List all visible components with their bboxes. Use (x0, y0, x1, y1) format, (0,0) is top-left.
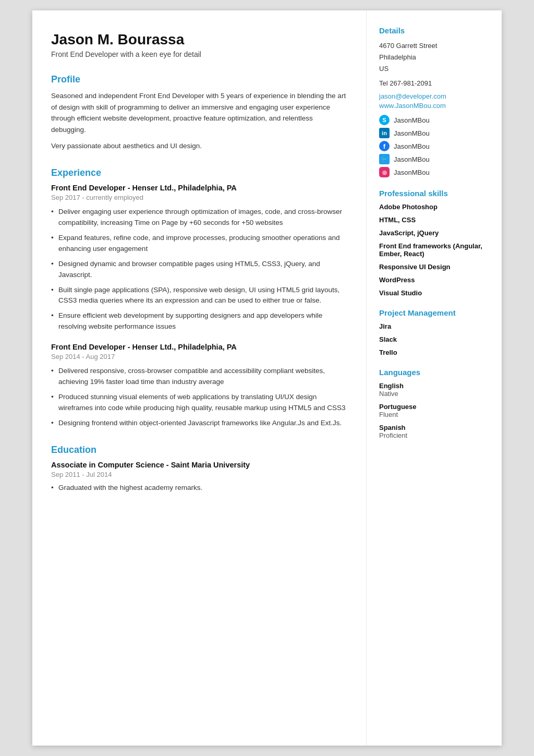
linkedin-label: JasonMBou (394, 129, 430, 137)
bullet-item: Designing frontend within object-oriente… (51, 418, 347, 429)
profile-text-1: Seasoned and independent Front End Devel… (51, 90, 347, 135)
twitter-label: JasonMBou (394, 155, 430, 163)
detail-address: 4670 Garrett Street Philadelphia US (379, 40, 489, 75)
candidate-name: Jason M. Bourassa (51, 31, 347, 48)
right-column: Details 4670 Garrett Street Philadelphia… (366, 10, 502, 746)
bullet-item: Delivered responsive, cross-browser comp… (51, 366, 347, 388)
edu-dates: Sep 2011 - Jul 2014 (51, 471, 347, 478)
bullet-item: Graduated with the highest academy remar… (51, 483, 347, 494)
facebook-label: JasonMBou (394, 142, 430, 150)
lang-level-portuguese: Fluent (379, 411, 489, 418)
instagram-label: JasonMBou (394, 169, 430, 176)
languages-title: Languages (379, 368, 489, 377)
lang-level-spanish: Proficient (379, 431, 489, 439)
social-list: S JasonMBou in JasonMBou f JasonMBou 🐦 J… (379, 115, 489, 177)
education-section-title: Education (51, 445, 347, 455)
twitter-icon: 🐦 (379, 154, 390, 164)
job-bullets-1: Deliver engaging user experience through… (51, 207, 347, 332)
professional-skills-list: Adobe Photoshop HTML, CSS JavaScript, jQ… (379, 203, 489, 297)
skill-item: Front End frameworks (Angular, Ember, Re… (379, 242, 489, 258)
bullet-item: Designed dynamic and browser compatible … (51, 259, 347, 281)
pm-item: Trello (379, 349, 489, 356)
skill-item: WordPress (379, 276, 489, 284)
linkedin-icon: in (379, 128, 390, 138)
languages-list: English Native Portuguese Fluent Spanish… (379, 382, 489, 439)
instagram-icon: ◎ (379, 167, 390, 177)
resume-wrapper: Jason M. Bourassa Front End Developer wi… (32, 10, 502, 746)
social-twitter: 🐦 JasonMBou (379, 154, 489, 164)
edu-bullets: Graduated with the highest academy remar… (51, 483, 347, 494)
social-linkedin: in JasonMBou (379, 128, 489, 138)
lang-level-english: Native (379, 390, 489, 398)
bullet-item: Expand features, refine code, and improv… (51, 233, 347, 255)
pm-item: Slack (379, 335, 489, 343)
detail-tel: Tel 267-981-2091 (379, 78, 489, 89)
project-management-list: Jira Slack Trello (379, 322, 489, 356)
job-dates-2: Sep 2014 - Aug 2017 (51, 353, 347, 361)
social-instagram: ◎ JasonMBou (379, 167, 489, 177)
project-management-title: Project Management (379, 308, 489, 317)
skill-item: Adobe Photoshop (379, 203, 489, 211)
edu-degree: Associate in Computer Science - Saint Ma… (51, 461, 347, 469)
job-block-2: Front End Developer - Henser Ltd., Phila… (51, 343, 347, 429)
job-title-2: Front End Developer - Henser Ltd., Phila… (51, 343, 347, 351)
bullet-item: Produced stunning visual elements of web… (51, 392, 347, 414)
experience-section-title: Experience (51, 167, 347, 178)
social-facebook: f JasonMBou (379, 141, 489, 151)
skype-icon: S (379, 115, 390, 125)
bullet-item: Built single page applications (SPA), re… (51, 285, 347, 307)
details-section-title: Details (379, 26, 489, 35)
bullet-item: Ensure efficient web development by supp… (51, 310, 347, 332)
lang-name-english: English (379, 382, 489, 390)
skype-label: JasonMBou (394, 116, 430, 124)
detail-email[interactable]: jason@developer.com (379, 92, 489, 100)
skill-item: Responsive UI Design (379, 263, 489, 271)
professional-skills-title: Professional skills (379, 189, 489, 198)
education-block: Associate in Computer Science - Saint Ma… (51, 461, 347, 494)
bullet-item: Deliver engaging user experience through… (51, 207, 347, 229)
job-title-1: Front End Developer - Henser Ltd., Phila… (51, 184, 347, 192)
detail-website[interactable]: www.JasonMBou.com (379, 102, 489, 110)
candidate-tagline: Front End Developer with a keen eye for … (51, 50, 347, 58)
left-column: Jason M. Bourassa Front End Developer wi… (32, 10, 366, 746)
social-skype: S JasonMBou (379, 115, 489, 125)
lang-name-portuguese: Portuguese (379, 403, 489, 411)
profile-section-title: Profile (51, 74, 347, 85)
skill-item: HTML, CSS (379, 216, 489, 224)
lang-name-spanish: Spanish (379, 424, 489, 431)
skill-item: JavaScript, jQuery (379, 229, 489, 237)
facebook-icon: f (379, 141, 390, 151)
job-dates-1: Sep 2017 - currently employed (51, 194, 347, 201)
job-block-1: Front End Developer - Henser Ltd., Phila… (51, 184, 347, 332)
profile-text-2: Very passionate about aesthetics and UI … (51, 140, 347, 152)
skill-item: Visual Studio (379, 289, 489, 297)
pm-item: Jira (379, 322, 489, 330)
job-bullets-2: Delivered responsive, cross-browser comp… (51, 366, 347, 429)
